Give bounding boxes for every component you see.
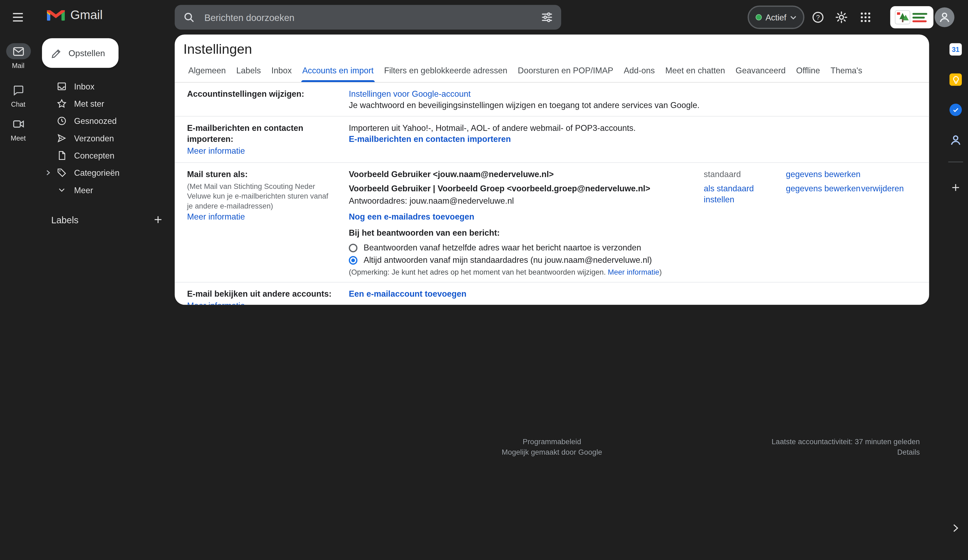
- chevron-down-icon: [57, 185, 67, 195]
- rail-item-mail[interactable]: Mail: [0, 43, 36, 69]
- file-icon: [57, 150, 67, 160]
- keep-button[interactable]: [946, 69, 965, 89]
- tab-labels[interactable]: Labels: [235, 62, 262, 82]
- sidebar-item-snoozed[interactable]: Gesnoozed: [36, 112, 174, 129]
- row-check-mail: E-mail bekijken uit andere accounts: Mee…: [175, 283, 929, 305]
- rail-item-chat[interactable]: Chat: [0, 82, 36, 108]
- contacts-button[interactable]: [946, 130, 965, 150]
- compose-label: Opstellen: [68, 48, 105, 58]
- chevron-down-icon: [790, 15, 796, 19]
- more-info-link[interactable]: Meer informatie: [187, 212, 245, 221]
- radio-unchecked-icon[interactable]: [349, 244, 357, 252]
- gmail-logo[interactable]: Gmail: [47, 8, 103, 22]
- sidebar-item-label: Verzonden: [74, 134, 114, 143]
- tab-algemeen[interactable]: Algemeen: [187, 62, 227, 82]
- help-button[interactable]: ?: [806, 5, 830, 30]
- mail-sidebar: Opstellen Inbox Met ster Gesnoozed: [36, 35, 174, 560]
- program-policy-link[interactable]: Programmabeleid: [523, 438, 581, 446]
- page-title: Instellingen: [175, 35, 929, 58]
- calendar-icon: 31: [950, 43, 962, 56]
- tab-geavanceerd[interactable]: Geavanceerd: [734, 62, 787, 82]
- expand-chevron-icon[interactable]: [46, 170, 51, 176]
- tab-doorsturen-pop-imap[interactable]: Doorsturen en POP/IMAP: [517, 62, 615, 82]
- google-apps-button[interactable]: [853, 5, 878, 30]
- row-label: Accountinstellingen wijzigen:: [187, 89, 343, 100]
- rail-label-mail: Mail: [12, 62, 25, 69]
- availability-status[interactable]: Actief: [748, 6, 804, 29]
- active-status-dot: [756, 14, 762, 20]
- default-badge: standaard: [704, 169, 786, 180]
- row-description: Je wachtwoord en beveiligingsinstellinge…: [349, 100, 919, 111]
- row-import: E-mailberichten en contacten importeren:…: [175, 117, 929, 163]
- send-icon: [57, 133, 67, 143]
- tab-meet-en-chatten[interactable]: Meet en chatten: [664, 62, 726, 82]
- account-avatar[interactable]: [935, 8, 954, 27]
- search-icon: [183, 12, 194, 23]
- add-mail-account-link[interactable]: Een e-mailaccount toevoegen: [349, 289, 466, 299]
- tasks-button[interactable]: [946, 100, 965, 120]
- clock-icon: [57, 116, 67, 126]
- sidebar-item-categories[interactable]: Categorieën: [36, 164, 174, 182]
- radio-label[interactable]: Beantwoorden vanaf hetzelfde adres waar …: [363, 242, 641, 253]
- help-icon: ?: [812, 11, 824, 23]
- row-label: Mail sturen als:: [187, 169, 343, 180]
- import-mail-contacts-link[interactable]: E-mailberichten en contacten importeren: [349, 135, 511, 144]
- compose-button[interactable]: Opstellen: [42, 38, 119, 68]
- radio-label[interactable]: Altijd antwoorden vanaf mijn standaardad…: [363, 255, 652, 266]
- tab-inbox[interactable]: Inbox: [270, 62, 293, 82]
- sidebar-item-sent[interactable]: Verzonden: [36, 129, 174, 147]
- search-input[interactable]: [199, 12, 537, 23]
- google-account-settings-link[interactable]: Instellingen voor Google-account: [349, 89, 471, 99]
- more-info-link[interactable]: Meer informatie: [187, 301, 245, 305]
- main-menu-button[interactable]: [6, 5, 30, 30]
- row-label: E-mailberichten en contacten importeren:: [187, 123, 343, 145]
- reply-option-same-address[interactable]: Beantwoorden vanaf hetzelfde adres waar …: [349, 242, 919, 253]
- tab-offline[interactable]: Offline: [795, 62, 821, 82]
- create-label-button[interactable]: [149, 211, 167, 228]
- star-icon: [57, 99, 67, 109]
- organization-logo: [890, 6, 933, 28]
- account-name: Voorbeeld Gebruiker | Voorbeeld Groep <v…: [349, 184, 658, 193]
- radio-checked-icon[interactable]: [349, 256, 357, 265]
- edit-details-link[interactable]: gegevens bewerken: [786, 183, 861, 194]
- calendar-button[interactable]: 31: [946, 40, 965, 59]
- account-name: Voorbeeld Gebruiker <jouw.naam@nedervelu…: [349, 169, 704, 180]
- settings-button[interactable]: [829, 5, 854, 30]
- delete-link[interactable]: verwijderen: [861, 183, 919, 194]
- tab-filters[interactable]: Filters en geblokkeerde adressen: [383, 62, 509, 82]
- tab-accounts-en-import[interactable]: Accounts en import: [301, 62, 375, 82]
- search-button[interactable]: [179, 7, 199, 28]
- tab-themas[interactable]: Thema's: [829, 62, 864, 82]
- edit-details-link[interactable]: gegevens bewerken: [786, 169, 861, 180]
- mail-icon: [6, 43, 31, 59]
- details-link[interactable]: Details: [897, 448, 920, 456]
- send-as-account-row: Voorbeeld Gebruiker | Voorbeeld Groep <v…: [349, 183, 919, 206]
- sidebar-item-drafts[interactable]: Concepten: [36, 147, 174, 164]
- add-email-address-link[interactable]: Nog een e-mailadres toevoegen: [349, 211, 474, 223]
- show-side-panel-button[interactable]: [946, 518, 965, 538]
- tab-add-ons[interactable]: Add-ons: [622, 62, 656, 82]
- get-add-ons-button[interactable]: [946, 178, 965, 197]
- sidebar-item-more[interactable]: Meer: [36, 182, 174, 198]
- more-info-link[interactable]: Meer informatie: [608, 268, 659, 276]
- settings-panel: Instellingen Algemeen Labels Inbox Accou…: [175, 35, 929, 305]
- sidebar-item-label: Inbox: [74, 82, 94, 91]
- svg-text:?: ?: [816, 14, 820, 21]
- sidebar-item-starred[interactable]: Met ster: [36, 95, 174, 112]
- tune-icon: [542, 12, 552, 23]
- labels-section-header: Labels: [36, 211, 174, 228]
- tasks-icon: [950, 104, 962, 116]
- reply-option-default-address[interactable]: Altijd antwoorden vanaf mijn standaardad…: [349, 255, 919, 266]
- rail-item-meet[interactable]: Meet: [0, 116, 36, 142]
- more-info-link[interactable]: Meer informatie: [187, 146, 245, 155]
- tag-icon: [57, 168, 67, 178]
- search-options-button[interactable]: [536, 7, 557, 28]
- sidebar-item-inbox[interactable]: Inbox: [36, 78, 174, 95]
- sidebar-nav: Inbox Met ster Gesnoozed Verzonden: [36, 78, 174, 198]
- reply-behavior-heading: Bij het beantwoorden van een bericht:: [349, 228, 919, 239]
- row-label: E-mail bekijken uit andere accounts:: [187, 289, 343, 300]
- sidebar-item-label: Met ster: [74, 99, 104, 108]
- row-send-as: Mail sturen als: (Met Mail van Stichting…: [175, 163, 929, 282]
- make-default-link[interactable]: als standaard instellen: [704, 183, 786, 206]
- chat-icon: [6, 82, 31, 98]
